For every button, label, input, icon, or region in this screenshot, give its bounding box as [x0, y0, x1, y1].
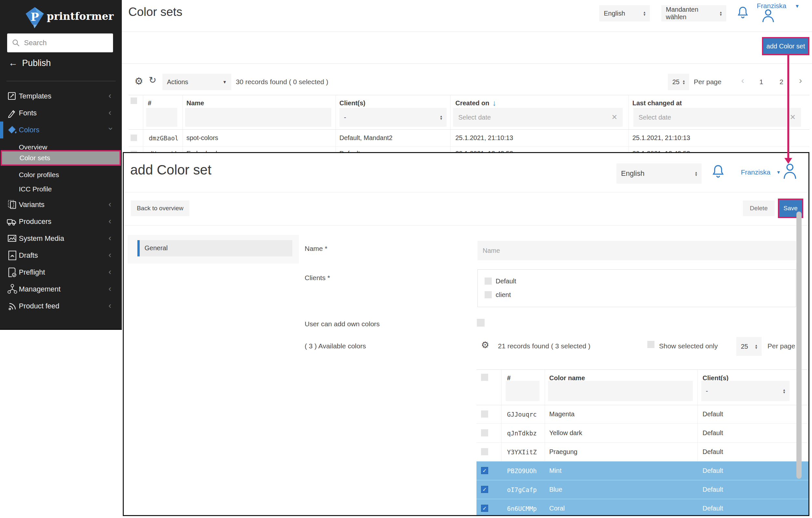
overlay-header-divider: [124, 192, 808, 192]
per-page-select[interactable]: 25 ▴▾: [668, 74, 689, 90]
sidebar-item-fonts[interactable]: Fonts ‹: [0, 105, 122, 121]
page-1-button[interactable]: 1: [759, 78, 763, 86]
col-header-created[interactable]: Created on: [455, 100, 489, 107]
next-page-button[interactable]: ›: [799, 75, 802, 86]
name-input[interactable]: Name: [477, 241, 796, 260]
table-row[interactable]: dmzGBaol spot-colors Default, Mandant2 2…: [128, 129, 809, 146]
colors-filter-clients-value: -: [706, 387, 708, 395]
add-color-set-button[interactable]: add Color set: [763, 38, 808, 54]
logo-text: printformer: [47, 10, 114, 22]
color-row-selected[interactable]: ✓ PBZO9UOh Mint Default: [476, 461, 809, 480]
clear-icon[interactable]: ✕: [790, 113, 796, 121]
search-icon: [12, 39, 20, 47]
overlay-bell-icon[interactable]: [710, 164, 726, 180]
annotation-arrow-stem: [787, 54, 789, 159]
colors-filter-name-input[interactable]: [548, 381, 693, 401]
sidebar-item-drafts[interactable]: Drafts ‹: [0, 247, 122, 264]
colors-select-all-checkbox[interactable]: [481, 374, 488, 381]
sidebar-item-system-media[interactable]: System Media ‹: [0, 230, 122, 247]
col-header-id[interactable]: #: [148, 100, 151, 107]
color-row-checkbox-checked[interactable]: ✓: [481, 486, 488, 493]
back-to-overview-button[interactable]: Back to overview: [131, 200, 190, 216]
sidebar-subitem-color-sets[interactable]: Color sets: [1, 150, 121, 166]
filter-id-input[interactable]: [146, 108, 177, 127]
page: P printformer Search ← Publish Templates…: [0, 0, 812, 518]
bell-icon[interactable]: [736, 6, 750, 20]
drafts-icon: [8, 250, 17, 261]
client-client-checkbox[interactable]: [485, 291, 492, 298]
color-row-selected[interactable]: ✓ oI7gCafp Blue Default: [476, 480, 809, 499]
search-box[interactable]: Search: [7, 33, 113, 52]
color-name: Yellow dark: [549, 429, 582, 437]
user-caret-icon: ▼: [795, 3, 800, 9]
sidebar-item-colors[interactable]: Colors ‹: [0, 121, 122, 138]
sidebar-item-preflight[interactable]: Preflight ‹: [0, 264, 122, 281]
chevron-left-icon: ‹: [109, 268, 111, 275]
back-to-publish[interactable]: ← Publish: [8, 58, 51, 68]
col-header-name[interactable]: Name: [186, 100, 204, 107]
color-row[interactable]: qJnTdkbz Yellow dark Default: [476, 424, 809, 443]
color-row-checkbox-checked[interactable]: ✓: [481, 467, 488, 474]
col-header-clients[interactable]: Client(s): [340, 100, 366, 107]
tab-general-label: General: [145, 244, 168, 252]
col-header-changed[interactable]: Last changed at: [632, 100, 682, 107]
sidebar-subitem-color-profiles[interactable]: Color profiles: [0, 168, 122, 183]
overlay-user-menu[interactable]: Franziska ▼: [741, 168, 781, 176]
table-row-partial[interactable]: dVqnzvLk Embed colors Default 20.1.2021,…: [128, 146, 809, 153]
overlay-scrollbar[interactable]: [796, 212, 802, 479]
overlay-user-avatar-icon[interactable]: [782, 162, 798, 179]
sidebar-item-producers[interactable]: Producers ‹: [0, 213, 122, 230]
actions-select[interactable]: Actions ▼: [163, 74, 231, 90]
colors-per-page-select[interactable]: 25 ▴▾: [736, 337, 762, 356]
row-checkbox[interactable]: [130, 135, 137, 141]
tab-general[interactable]: General: [137, 240, 292, 256]
client-default-checkbox[interactable]: [485, 277, 492, 285]
chevron-left-icon: ‹: [109, 92, 111, 99]
drafts-label: Drafts: [19, 251, 38, 260]
colors-per-page-label: Per page: [767, 342, 795, 350]
filter-clients-select[interactable]: - ▴▾: [340, 108, 446, 127]
language-select[interactable]: English ▴▾: [599, 5, 650, 22]
colors-settings-gear-icon[interactable]: ⚙: [481, 339, 489, 350]
sidebar-item-management[interactable]: Management ‹: [0, 281, 122, 298]
sidebar-item-product-feed[interactable]: Product feed ‹: [0, 298, 122, 315]
delete-button[interactable]: Delete: [743, 200, 775, 216]
color-sets-label: Color sets: [20, 154, 50, 162]
user-avatar-icon[interactable]: [761, 8, 776, 22]
filter-name-input[interactable]: [185, 108, 331, 127]
sidebar: P printformer Search ← Publish Templates…: [0, 0, 122, 330]
color-row-checkbox-checked[interactable]: ✓: [481, 505, 488, 512]
row-name: spot-colors: [186, 134, 218, 142]
prev-page-button[interactable]: ‹: [741, 75, 744, 86]
select-arrows-icon: ▴▾: [720, 11, 722, 16]
select-arrows-icon: ▴▾: [783, 388, 785, 393]
own-colors-checkbox[interactable]: [477, 319, 485, 327]
colors-filter-clients-select[interactable]: - ▴▾: [701, 381, 790, 401]
settings-gear-icon[interactable]: ⚙: [135, 75, 143, 87]
page-2-button[interactable]: 2: [780, 78, 783, 86]
color-row[interactable]: GJJouqrc Magenta Default: [476, 405, 809, 424]
fonts-label: Fonts: [19, 109, 37, 117]
select-all-checkbox[interactable]: [130, 98, 137, 104]
row-id: dmzGBaol: [149, 135, 179, 142]
filter-created-date[interactable]: Select date ✕: [453, 108, 622, 127]
sidebar-item-variants[interactable]: Variants ‹: [0, 196, 122, 213]
color-row-checkbox[interactable]: [481, 410, 488, 417]
color-row-checkbox[interactable]: [481, 448, 488, 455]
refresh-icon[interactable]: ↻: [149, 75, 156, 85]
sort-desc-icon[interactable]: ↓: [492, 99, 496, 108]
color-row-checkbox[interactable]: [481, 429, 488, 436]
overlay-language-select[interactable]: English ▴▾: [616, 163, 702, 184]
filter-changed-date[interactable]: Select date ✕: [633, 108, 801, 127]
color-row-selected[interactable]: ✓ 6n6UCMMp Coral Default: [476, 499, 809, 516]
color-row[interactable]: Y3YXIitZ Praegung Default: [476, 443, 809, 461]
client-select[interactable]: Mandanten wählen ▴▾: [661, 5, 726, 22]
clear-icon[interactable]: ✕: [612, 113, 617, 121]
product-feed-icon: [8, 301, 18, 311]
color-name: Blue: [549, 486, 562, 493]
sidebar-subitem-icc-profile[interactable]: ICC Profile: [0, 183, 122, 197]
show-selected-checkbox[interactable]: [647, 341, 655, 348]
color-clients: Default: [702, 505, 723, 512]
colors-filter-id-input[interactable]: [506, 381, 540, 401]
sidebar-item-templates[interactable]: Templates ‹: [0, 88, 122, 105]
